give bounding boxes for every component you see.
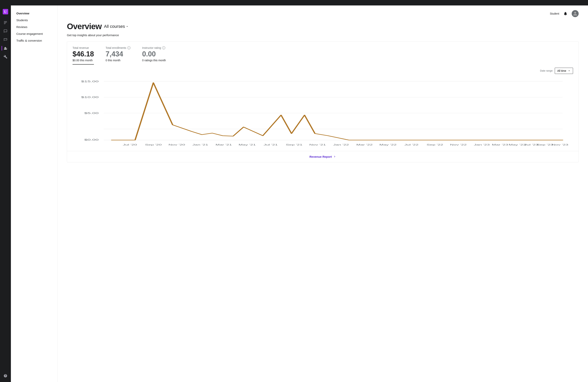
chart-area: Date range: All time (67, 64, 578, 151)
svg-rect-2 (4, 21, 7, 21)
main-content: Student Overview All courses Get top ins… (58, 5, 588, 382)
svg-text:Mar '22: Mar '22 (356, 144, 373, 146)
text-sidebar: Overview Students Reviews Course engagem… (11, 5, 58, 382)
date-range-row: Date range: All time (73, 68, 573, 74)
page-title: Overview (67, 22, 102, 31)
instructor-rating-label: Instructor rating i (142, 46, 166, 49)
svg-rect-3 (4, 22, 7, 22)
udemy-logo[interactable]: U (1, 8, 9, 16)
svg-text:Jan '23: Jan '23 (474, 144, 490, 146)
svg-text:Nov '23: Nov '23 (552, 144, 568, 146)
svg-text:Nov '21: Nov '21 (309, 144, 326, 146)
sidebar-item-traffic-conversion[interactable]: Traffic & conversion (14, 37, 54, 44)
instructor-rating-value: 0.00 (142, 50, 166, 58)
stats-card: Total revenue $46.18 $0.00 this month To… (67, 42, 579, 162)
stat-total-revenue: Total revenue $46.18 $0.00 this month (73, 46, 94, 64)
page-header: Overview All courses (67, 22, 579, 31)
avatar[interactable] (572, 10, 579, 17)
nav-icon-courses[interactable] (1, 19, 9, 26)
svg-rect-4 (4, 23, 6, 23)
student-label: Student (550, 12, 559, 15)
stat-total-enrollments: Total enrollments i 7,434 0 this month (105, 46, 130, 64)
revenue-report-link[interactable]: Revenue Report (309, 155, 336, 158)
stats-row: Total revenue $46.18 $0.00 this month To… (67, 42, 578, 64)
sidebar-item-reviews[interactable]: Reviews (14, 24, 54, 30)
stat-instructor-rating: Instructor rating i 0.00 0 ratings this … (142, 46, 166, 64)
total-enrollments-label: Total enrollments i (105, 46, 130, 49)
revenue-chart: $15.00 $10.00 $5.00 $0.00 Jul '20 Sep '2… (73, 77, 573, 151)
svg-text:$5.00: $5.00 (84, 112, 99, 115)
svg-text:$15.00: $15.00 (81, 80, 99, 83)
total-revenue-sub: $0.00 this month (73, 59, 94, 64)
svg-text:Jul '20: Jul '20 (123, 144, 137, 146)
svg-text:Mar '21: Mar '21 (216, 144, 232, 146)
svg-text:Jul '23: Jul '23 (524, 144, 538, 146)
svg-text:Jan '22: Jan '22 (333, 144, 349, 146)
svg-text:Jul '22: Jul '22 (404, 144, 419, 146)
total-enrollments-sub: 0 this month (105, 59, 130, 62)
revenue-report-footer: Revenue Report (67, 151, 578, 162)
svg-text:May '23: May '23 (509, 144, 526, 146)
total-revenue-label: Total revenue (73, 46, 94, 49)
date-range-label: Date range: (540, 68, 553, 74)
svg-text:U: U (4, 10, 7, 14)
nav-icon-messages[interactable] (1, 36, 9, 43)
enrollments-info-icon[interactable]: i (127, 46, 130, 49)
top-bar (0, 0, 588, 5)
course-selector[interactable]: All courses (104, 24, 129, 29)
svg-text:Nov '22: Nov '22 (450, 144, 467, 146)
svg-text:Mar '23: Mar '23 (492, 144, 508, 146)
nav-icon-help[interactable] (1, 372, 9, 380)
svg-rect-5 (4, 24, 5, 24)
svg-text:Sep '23: Sep '23 (536, 144, 553, 146)
date-range-select[interactable]: All time (555, 68, 573, 74)
nav-icon-communication[interactable] (1, 27, 9, 35)
sidebar-item-students[interactable]: Students (14, 17, 54, 23)
nav-icon-tools[interactable] (1, 53, 9, 61)
page-subtitle: Get top insights about your performance (67, 33, 579, 37)
sidebar-item-course-engagement[interactable]: Course engagement (14, 31, 54, 37)
svg-text:Jul '21: Jul '21 (263, 144, 278, 146)
total-enrollments-value: 7,434 (105, 50, 130, 58)
svg-text:Sep '20: Sep '20 (145, 144, 162, 146)
chart-wrapper: $15.00 $10.00 $5.00 $0.00 Jul '20 Sep '2… (73, 77, 573, 151)
sidebar-item-overview[interactable]: Overview (14, 10, 54, 17)
svg-text:$10.00: $10.00 (81, 96, 99, 99)
svg-text:Jan '21: Jan '21 (192, 144, 208, 146)
svg-text:Sep '22: Sep '22 (427, 144, 443, 146)
nav-icon-performance[interactable] (1, 44, 9, 52)
svg-text:May '22: May '22 (379, 144, 397, 146)
svg-rect-6 (4, 49, 7, 50)
icon-sidebar: U (0, 5, 11, 382)
rating-info-icon[interactable]: i (162, 46, 165, 49)
bell-icon[interactable] (562, 11, 568, 17)
svg-text:May '21: May '21 (239, 144, 256, 146)
total-revenue-value: $46.18 (73, 50, 94, 58)
svg-text:Nov '20: Nov '20 (168, 144, 185, 146)
svg-text:$0.00: $0.00 (84, 138, 99, 141)
svg-text:Sep '21: Sep '21 (286, 144, 303, 146)
instructor-rating-sub: 0 ratings this month (142, 59, 166, 62)
